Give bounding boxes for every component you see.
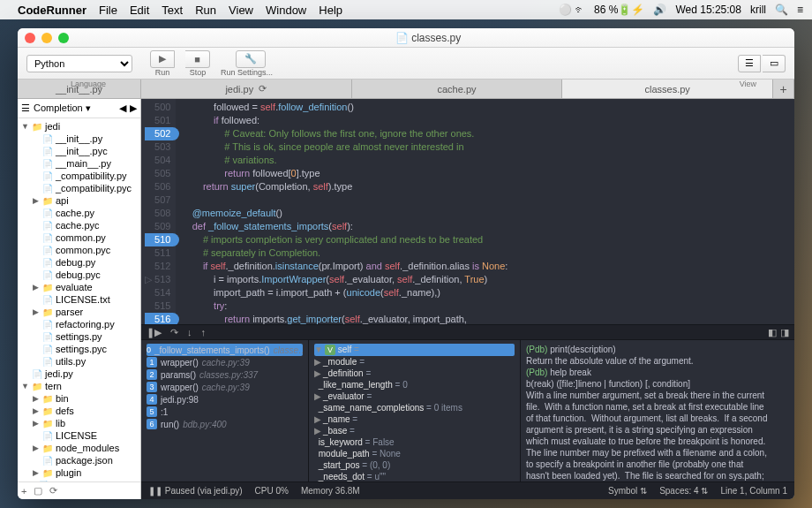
menu-run[interactable]: Run (195, 4, 216, 17)
wifi-icon[interactable]: ⚪ ᯤ (559, 4, 585, 16)
notifications-icon[interactable]: ≡ (797, 4, 803, 16)
variable-row[interactable]: _same_name_completions = 0 items (314, 402, 515, 413)
minimize-button[interactable] (41, 33, 52, 43)
file-tree-item[interactable]: 📄package.json (18, 454, 140, 466)
battery-status[interactable]: 86 % 🔋⚡ (594, 4, 644, 16)
file-tree-item[interactable]: 📄debug.pyc (18, 269, 140, 281)
variable-row[interactable]: _needs_dot = u"" (314, 471, 515, 481)
variables-view[interactable]: ▼V self = ▶_module = ▶_definition = _lik… (309, 340, 521, 481)
file-tree-item[interactable]: ▶📁node_modules (18, 442, 140, 454)
file-tree-item[interactable]: 📄cache.pyc (18, 219, 140, 231)
variable-row[interactable]: ▶_definition = (314, 368, 515, 379)
zoom-button[interactable] (58, 33, 69, 43)
code-content[interactable]: followed = self.follow_definition() if f… (176, 99, 794, 324)
stop-button[interactable]: ■Stop (180, 50, 215, 77)
variable-row[interactable]: ▼V self = (314, 344, 515, 356)
file-tree-item[interactable]: 📄settings.py (18, 330, 140, 343)
stack-frame[interactable]: 4jedi.py:98 (147, 393, 303, 406)
line-gutter[interactable]: 500501502503504505506507508509510511512▷… (141, 99, 176, 324)
stack-frame[interactable]: 0_follow_statements_imports() classe… (147, 344, 303, 356)
variable-row[interactable]: ▶_evaluator = (314, 390, 515, 402)
volume-icon[interactable]: 🔊 (653, 4, 666, 16)
variable-row[interactable]: ▶_name = (314, 413, 515, 425)
new-file-icon[interactable]: + (21, 486, 26, 497)
close-button[interactable] (25, 33, 35, 43)
code-editor[interactable]: 500501502503504505506507508509510511512▷… (141, 99, 794, 324)
spotlight-icon[interactable]: 🔍 (775, 4, 788, 16)
menu-file[interactable]: File (99, 4, 117, 17)
status-position[interactable]: Line 1, Column 1 (720, 486, 787, 496)
status-paused: ❚❚ Paused (via jedi.py) (148, 486, 243, 496)
sidebar-nav-back[interactable]: ◀ (119, 102, 126, 114)
refresh-icon[interactable]: ⟳ (49, 485, 57, 497)
file-tree-item[interactable]: 📄jedi.py (18, 368, 140, 380)
debug-step-out-icon[interactable]: ↑ (201, 327, 207, 337)
variable-row[interactable]: ▶_base = (314, 425, 515, 436)
file-tree-item[interactable]: 📄settings.pyc (18, 343, 140, 355)
stack-frame[interactable]: 3wrapper() cache.py:39 (147, 381, 303, 393)
file-tree-item[interactable]: 📄__init__.pyc (18, 145, 140, 157)
variable-row[interactable]: _start_pos = (0, 0) (314, 459, 515, 471)
variable-row[interactable]: _like_name_length = 0 (314, 379, 515, 390)
file-tree-item[interactable]: 📄LICENSE (18, 429, 140, 442)
sidebar-nav-fwd[interactable]: ▶ (130, 102, 137, 114)
debug-step-in-icon[interactable]: ↓ (187, 327, 192, 337)
debug-console[interactable]: (Pdb) print(description)Return the absol… (521, 340, 794, 481)
clock[interactable]: Wed 15:25:08 (675, 4, 741, 16)
new-folder-icon[interactable]: ▢ (34, 485, 42, 497)
debug-continue-icon[interactable]: ❚▶ (147, 327, 162, 338)
file-tree-item[interactable]: 📄_compatibility.py (18, 170, 140, 182)
view-mode-sidebar[interactable]: ☰ (738, 55, 761, 72)
file-tree-item[interactable]: 📄cache.py (18, 207, 140, 219)
debug-step-over-icon[interactable]: ↷ (170, 327, 178, 338)
tab-cache[interactable]: cache.py (352, 80, 563, 98)
menu-text[interactable]: Text (162, 4, 183, 17)
menu-help[interactable]: Help (319, 4, 342, 17)
file-tree-item[interactable]: 📄common.py (18, 231, 140, 244)
debug-panel-right-icon[interactable]: ◨ (780, 327, 789, 338)
window-titlebar[interactable]: 📄 classes.py (18, 28, 794, 48)
menu-edit[interactable]: Edit (130, 4, 149, 17)
call-stack[interactable]: 0_follow_statements_imports() classe…1wr… (141, 340, 309, 481)
user-name[interactable]: krill (750, 4, 766, 16)
app-name[interactable]: CodeRunner (18, 4, 86, 17)
sidebar-scope-popup[interactable]: Completion ▾ (34, 102, 116, 114)
file-tree-item[interactable]: ▶📁bin (18, 392, 140, 405)
variable-row[interactable]: ▶_module = (314, 356, 515, 368)
file-tree-item[interactable]: ▶📁parser (18, 306, 140, 318)
file-tree[interactable]: ▼📁jedi📄__init__.py📄__init__.pyc📄__main__… (18, 118, 140, 481)
stack-frame[interactable]: 6run() bdb.py:400 (147, 418, 303, 430)
tab-add[interactable]: + (773, 80, 794, 98)
stack-frame[interactable]: 5:1 (147, 406, 303, 418)
file-tree-item[interactable]: 📄LICENSE.txt (18, 293, 140, 306)
file-tree-item[interactable]: ▶📁evaluate (18, 281, 140, 293)
language-select[interactable]: Python (26, 55, 132, 72)
variable-row[interactable]: is_keyword = False (314, 436, 515, 448)
status-spaces[interactable]: Spaces: 4 ⇅ (659, 486, 708, 496)
file-tree-item[interactable]: ▶📁lib (18, 417, 140, 429)
file-tree-item[interactable]: 📄common.pyc (18, 244, 140, 256)
menu-window[interactable]: Window (266, 4, 306, 17)
file-tree-item[interactable]: ▼📁tern (18, 380, 140, 392)
menu-view[interactable]: View (229, 4, 253, 17)
variable-row[interactable]: module_path = None (314, 448, 515, 459)
file-tree-item[interactable]: ▼📁jedi (18, 120, 140, 133)
view-mode-split[interactable]: ▭ (763, 55, 786, 72)
file-tree-item[interactable]: ▶📁defs (18, 405, 140, 417)
file-tree-item[interactable]: 📄__init__.py (18, 133, 140, 145)
tab-jedi[interactable]: jedi.py ⟳ (141, 80, 352, 98)
status-symbol[interactable]: Symbol ⇅ (608, 486, 647, 496)
file-tree-item[interactable]: ▶📁api (18, 194, 140, 207)
file-tree-item[interactable]: 📄_compatibility.pyc (18, 182, 140, 194)
stack-frame[interactable]: 2params() classes.py:337 (147, 368, 303, 381)
stack-frame[interactable]: 1wrapper() cache.py:39 (147, 356, 303, 368)
file-tree-item[interactable]: 📄utils.py (18, 355, 140, 368)
file-tree-item[interactable]: 📄refactoring.py (18, 318, 140, 330)
file-tree-item[interactable]: 📄__main__.py (18, 157, 140, 170)
run-button[interactable]: ▶Run (145, 50, 180, 77)
file-tree-item[interactable]: ▶📁plugin (18, 466, 140, 479)
file-tree-item[interactable]: 📄debug.py (18, 256, 140, 269)
run-settings-button[interactable]: 🔧Run Settings... (215, 50, 278, 77)
debug-panel-left-icon[interactable]: ◧ (768, 327, 777, 338)
sidebar-toggle-icon[interactable]: ☰ (21, 102, 30, 114)
